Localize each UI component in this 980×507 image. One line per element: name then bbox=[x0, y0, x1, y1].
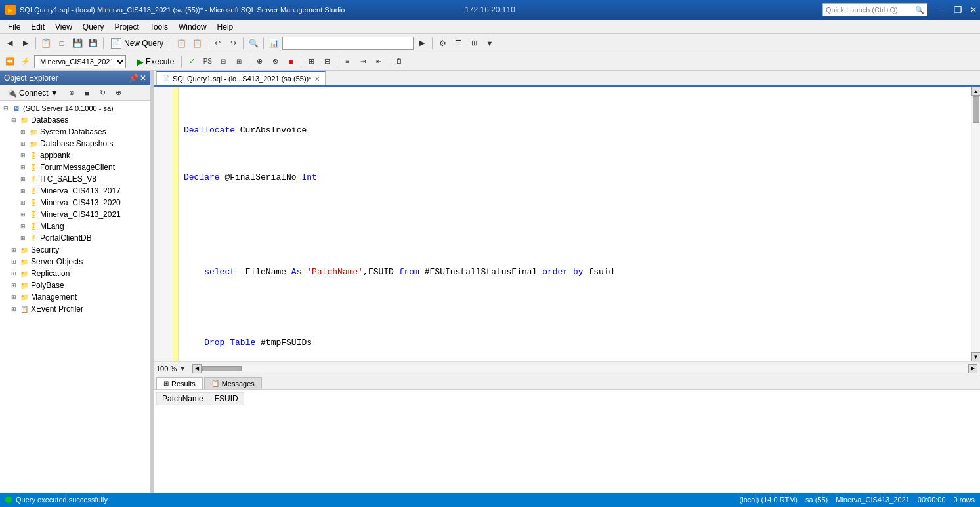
tree-polybase[interactable]: ⊞ 📁 PolyBase bbox=[0, 279, 150, 291]
toolbar-settings-btn[interactable]: ⚙ bbox=[435, 36, 450, 51]
itcsales-label: ITC_SALES_V8 bbox=[40, 174, 96, 184]
toolbar2-icon-btn[interactable]: ⚡ bbox=[18, 54, 33, 69]
code-editor[interactable]: Deallocate CurAbsInvoice Declare @FinalS… bbox=[179, 87, 971, 361]
toolbar-filter-btn[interactable]: 🔍 bbox=[246, 36, 261, 51]
tree-xevent[interactable]: ⊞ 📋 XEvent Profiler bbox=[0, 303, 150, 315]
toolbar2-indent-btn[interactable]: ⇥ bbox=[356, 54, 370, 69]
restore-button[interactable]: ❐ bbox=[951, 3, 964, 16]
tree-databases[interactable]: ⊟ 📁 Databases bbox=[0, 114, 150, 126]
tree-portalclient[interactable]: ⊞ 🗄 PortalClientDB bbox=[0, 232, 150, 244]
toolbar-undo-btn[interactable]: ↩ bbox=[210, 36, 224, 51]
toolbar2-back-btn[interactable]: ⏪ bbox=[3, 54, 17, 69]
replication-label: Replication bbox=[31, 269, 70, 278]
itcsales-icon: 🗄 bbox=[28, 174, 39, 184]
menu-edit[interactable]: Edit bbox=[26, 21, 50, 33]
tree-replication[interactable]: ⊞ 📁 Replication bbox=[0, 268, 150, 279]
toolbar-search-input[interactable] bbox=[282, 37, 414, 50]
menu-project[interactable]: Project bbox=[110, 21, 144, 33]
toolbar-btn3[interactable]: □ bbox=[54, 36, 69, 51]
toolbar-grid-btn[interactable]: ⊞ bbox=[467, 36, 481, 51]
toolbar-report-btn[interactable]: 📊 bbox=[266, 36, 281, 51]
code-line-1 bbox=[184, 101, 966, 113]
results-tab[interactable]: ⊞ Results bbox=[156, 377, 203, 389]
oe-filter-btn[interactable]: ⊕ bbox=[112, 86, 126, 100]
query-tab[interactable]: 📄 SQLQuery1.sql - (lo...S413_2021 (sa (5… bbox=[156, 71, 326, 85]
portalclient-expand-icon: ⊞ bbox=[18, 235, 28, 241]
tree-serverobjects[interactable]: ⊞ 📁 Server Objects bbox=[0, 256, 150, 268]
tree-forummsg[interactable]: ⊞ 🗄 ForumMessageClient bbox=[0, 161, 150, 173]
scroll-up-btn[interactable]: ▲ bbox=[971, 87, 981, 96]
tree-minerva2021[interactable]: ⊞ 🗄 Minerva_CIS413_2021 bbox=[0, 209, 150, 220]
oe-stop-btn[interactable]: ■ bbox=[80, 86, 95, 100]
line-num-4 bbox=[154, 125, 170, 136]
toolbar-more-btn[interactable]: ▼ bbox=[482, 36, 497, 51]
toolbar-forward-btn[interactable]: ▶ bbox=[18, 36, 33, 51]
menu-query[interactable]: Query bbox=[77, 21, 110, 33]
tab-close-btn[interactable]: ✕ bbox=[314, 75, 320, 83]
oe-refresh-btn[interactable]: ↻ bbox=[96, 86, 110, 100]
toolbar2-col2-btn[interactable]: ⊟ bbox=[320, 54, 334, 69]
close-button[interactable]: ✕ bbox=[967, 3, 980, 16]
toolbar2-stop-btn[interactable]: ■ bbox=[284, 54, 298, 69]
scroll-down-btn[interactable]: ▼ bbox=[971, 352, 981, 361]
serverobjects-expand-icon: ⊞ bbox=[9, 258, 18, 265]
toolbar-saveall-btn[interactable]: 💾 bbox=[86, 36, 100, 51]
tree-minerva2017[interactable]: ⊞ 🗄 Minerva_CIS413_2017 bbox=[0, 185, 150, 197]
tree-server[interactable]: ⊟ 🖥 (SQL Server 14.0.1000 - sa) bbox=[0, 102, 150, 114]
scroll-thumb[interactable] bbox=[973, 96, 979, 123]
toolbar2-check-btn[interactable]: ✓ bbox=[184, 54, 199, 69]
toolbar-copy-btn[interactable]: 📋 bbox=[174, 36, 188, 51]
oe-connect-button[interactable]: 🔌 Connect ▼ bbox=[3, 87, 63, 100]
menu-window[interactable]: Window bbox=[173, 21, 212, 33]
toolbar2-grid-btn[interactable]: ⊞ bbox=[232, 54, 246, 69]
toolbar2-parse2-btn[interactable]: ⊟ bbox=[216, 54, 230, 69]
toolbar-redo-btn[interactable]: ↪ bbox=[226, 36, 240, 51]
security-label: Security bbox=[31, 245, 59, 254]
oe-disconnect-btn[interactable]: ⊗ bbox=[64, 86, 79, 100]
menu-tools[interactable]: Tools bbox=[144, 21, 173, 33]
toolbar2-split-btn[interactable]: ⊗ bbox=[268, 54, 282, 69]
database-selector[interactable]: Minerva_CIS413_2021 bbox=[34, 55, 126, 68]
toolbar-layout-btn[interactable]: ☰ bbox=[451, 36, 465, 51]
minerva2017-expand-icon: ⊞ bbox=[18, 188, 28, 194]
tree-appbank[interactable]: ⊞ 🗄 appbank bbox=[0, 150, 150, 161]
tree-itcsales[interactable]: ⊞ 🗄 ITC_SALES_V8 bbox=[0, 173, 150, 185]
results-grid: PatchName FSUID bbox=[154, 390, 980, 493]
toolbar-go-btn[interactable]: ▶ bbox=[415, 36, 429, 51]
line-num-8 bbox=[154, 172, 170, 184]
toolbar-paste-btn[interactable]: 📋 bbox=[190, 36, 204, 51]
tree-minerva2020[interactable]: ⊞ 🗄 Minerva_CIS413_2020 bbox=[0, 197, 150, 209]
tree-security[interactable]: ⊞ 📁 Security bbox=[0, 244, 150, 256]
tree-snapshots[interactable]: ⊞ 📁 Database Snapshots bbox=[0, 138, 150, 150]
oe-close-icon[interactable]: ✕ bbox=[140, 73, 146, 83]
h-scroll-right-btn[interactable]: ▶ bbox=[968, 364, 977, 373]
quick-launch-placeholder: Quick Launch (Ctrl+Q) bbox=[826, 6, 898, 14]
editor-scrollbar: ▲ ▼ bbox=[971, 87, 980, 361]
zoom-dropdown-btn[interactable]: ▼ bbox=[178, 361, 187, 376]
toolbar-back-btn[interactable]: ◀ bbox=[3, 36, 17, 51]
toolbar2-layout-btn[interactable]: ⊕ bbox=[252, 54, 266, 69]
tree-management[interactable]: ⊞ 📁 Management bbox=[0, 291, 150, 303]
toolbar-save-btn[interactable]: 💾 bbox=[70, 36, 85, 51]
menu-help[interactable]: Help bbox=[212, 21, 239, 33]
minimize-button[interactable]: ─ bbox=[935, 3, 948, 16]
new-query-button[interactable]: 📄 New Query bbox=[106, 36, 168, 51]
toolbar2-parse-btn[interactable]: PS bbox=[200, 54, 215, 69]
toolbar2-note-btn[interactable]: 🗒 bbox=[392, 54, 406, 69]
toolbar-btn2[interactable]: 📋 bbox=[39, 36, 53, 51]
systemdbs-expand-icon: ⊞ bbox=[18, 129, 28, 135]
toolbar2-indent2-btn[interactable]: ⇤ bbox=[372, 54, 386, 69]
status-bar: Query executed successfully. (local) (14… bbox=[0, 493, 980, 507]
h-scroll-thumb[interactable] bbox=[202, 366, 242, 371]
menu-view[interactable]: View bbox=[50, 21, 77, 33]
menu-file[interactable]: File bbox=[3, 21, 26, 33]
tree-systemdbs[interactable]: ⊞ 📁 System Databases bbox=[0, 126, 150, 138]
toolbar2-col1-btn[interactable]: ⊞ bbox=[304, 54, 318, 69]
tree-mlang[interactable]: ⊞ 🗄 MLang bbox=[0, 220, 150, 232]
execute-button[interactable]: ▶ Execute bbox=[132, 54, 179, 69]
h-scroll-left-btn[interactable]: ◀ bbox=[192, 364, 202, 373]
itcsales-expand-icon: ⊞ bbox=[18, 176, 28, 182]
toolbar2-align-btn[interactable]: ≡ bbox=[340, 54, 354, 69]
messages-tab[interactable]: 📋 Messages bbox=[204, 377, 262, 389]
security-icon: 📁 bbox=[19, 245, 30, 255]
